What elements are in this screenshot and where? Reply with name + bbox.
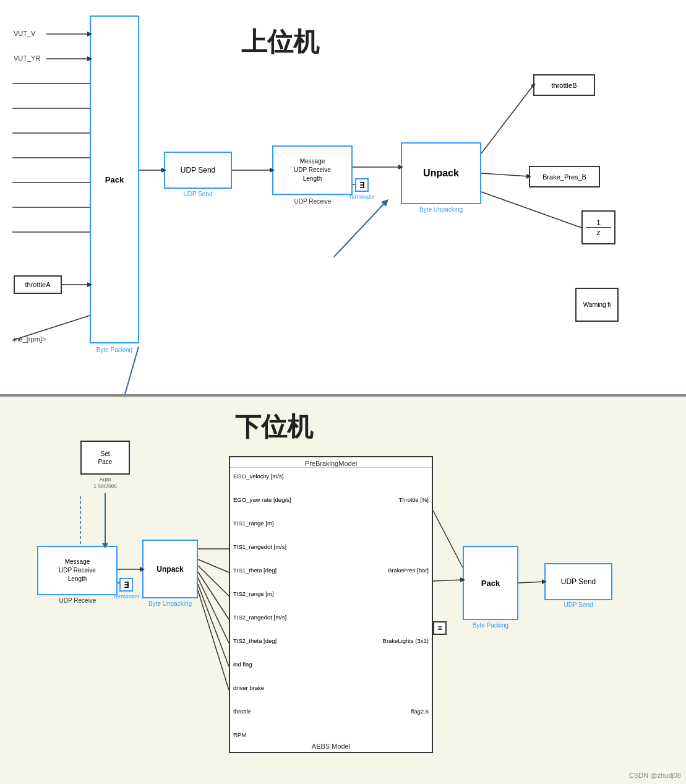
pack-block-bottom: Pack bbox=[463, 546, 518, 620]
pack-label: Pack bbox=[105, 175, 124, 184]
pack-sublabel: Byte Packing bbox=[90, 347, 139, 353]
svg-line-41 bbox=[198, 584, 229, 666]
terminator-bottom: ∃ bbox=[119, 578, 133, 592]
aebs-in-6: TIS2_rangedot [m/s] bbox=[233, 614, 286, 621]
throttle-b-label: throttleB bbox=[552, 82, 577, 89]
unpack-bottom-label: Unpack bbox=[156, 565, 183, 574]
top-panel: 上位机 VUT_V VUT_YR Pack Byte Packing UDP S… bbox=[0, 0, 686, 396]
set-pace-sub2: 1 sec/sec bbox=[80, 483, 130, 489]
aebs-out-2: BrakeLights (3x1) bbox=[383, 637, 429, 644]
unpack-label: Unpack bbox=[423, 168, 459, 179]
terminator-bottom-label: Terminator bbox=[113, 593, 139, 600]
udp-send-sublabel: UDP Send bbox=[164, 191, 232, 197]
unpack-sublabel: Byte Unpacking bbox=[401, 206, 481, 213]
udp-receive-label: Message UDP Receive Length bbox=[294, 157, 331, 183]
svg-line-44 bbox=[433, 580, 463, 581]
aebs-in-5: TIS2_range [m] bbox=[233, 590, 273, 597]
udp-send-label: UDP Send bbox=[181, 166, 215, 174]
aebs-label: AEBS Model bbox=[312, 743, 350, 750]
terminator-label-top: Terminator bbox=[349, 194, 375, 200]
terminator-top: ∃ bbox=[355, 178, 369, 192]
aebs-in-4: TIS1_theta [deg] bbox=[233, 567, 277, 574]
vut-yr-label: VUT_YR bbox=[14, 54, 40, 62]
svg-line-28 bbox=[334, 204, 384, 257]
aebs-in-7: TIS2_theta [deg] bbox=[233, 637, 277, 644]
udp-receive-block-top: Message UDP Receive Length bbox=[272, 145, 353, 195]
set-pace-sub1: Auto bbox=[80, 476, 130, 483]
aebs-in-1: EGO_yaw rate [deg/s] bbox=[233, 496, 291, 503]
set-pace-block: Set Pace bbox=[80, 441, 130, 475]
aebs-in-8: ind flag bbox=[233, 661, 252, 668]
svg-line-46 bbox=[518, 582, 544, 583]
aebs-in-11: RPM bbox=[233, 731, 246, 738]
pack-bottom-label: Pack bbox=[481, 579, 500, 588]
svg-line-39 bbox=[198, 572, 229, 619]
aebs-pretitle: PreBrakingModel bbox=[230, 457, 432, 468]
udp-receive-sublabel: UDP Receive bbox=[277, 198, 348, 205]
terminator-bottom-symbol: ∃ bbox=[124, 580, 129, 590]
aebs-in-3: TIS1_rangedot [m/s] bbox=[233, 543, 286, 550]
set-pace-sublabel: Auto 1 sec/sec bbox=[80, 476, 130, 489]
svg-line-42 bbox=[198, 590, 229, 690]
warning-block: Warning fi bbox=[575, 288, 619, 322]
svg-line-21 bbox=[481, 85, 533, 153]
set-pace-label: Set Pace bbox=[98, 450, 113, 466]
aebs-out-0: Throttle [%] bbox=[398, 496, 429, 503]
aebs-out-1: BrakePres [bar] bbox=[388, 567, 429, 574]
udp-send-block-bottom: UDP Send bbox=[544, 563, 612, 600]
unpack-block-bottom: Unpack bbox=[142, 540, 198, 598]
aebs-in-2: TIS1_range [m] bbox=[233, 520, 273, 527]
svg-line-43 bbox=[433, 510, 463, 567]
brake-pres-b-label: Brake_Pres_B bbox=[542, 173, 586, 181]
aebs-in-0: EGO_velocity [m/s] bbox=[233, 473, 283, 480]
aebs-in-10: throttle bbox=[233, 708, 251, 715]
brake-pres-b-block: Brake_Pres_B bbox=[529, 166, 600, 187]
warning-label: Warning fi bbox=[583, 301, 611, 308]
watermark: CSDN @zhudj08 bbox=[629, 772, 681, 779]
throttle-a-label: throttleA bbox=[25, 281, 51, 288]
aebs-out-3: flag2.6 bbox=[411, 708, 429, 715]
delay-block: 1 z bbox=[581, 210, 615, 244]
udp-send-bottom-sublabel: UDP Send bbox=[544, 601, 612, 608]
udp-receive-bottom-sublabel: UDP Receive bbox=[42, 597, 113, 604]
brakelights-terminator: ≡ bbox=[433, 621, 447, 635]
udp-receive-block-bottom: Message UDP Receive Length bbox=[37, 546, 118, 595]
svg-line-38 bbox=[198, 566, 229, 596]
aebs-block: PreBrakingModel EGO_velocity [m/s] EGO_y… bbox=[229, 456, 433, 753]
svg-line-25 bbox=[481, 192, 581, 228]
udp-send-bottom-label: UDP Send bbox=[561, 577, 596, 586]
terminator-symbol: ∃ bbox=[359, 181, 364, 190]
svg-line-26 bbox=[80, 347, 139, 394]
svg-line-23 bbox=[481, 173, 529, 176]
unpack-block-top: Unpack bbox=[401, 142, 481, 204]
aebs-in-9: driver brake bbox=[233, 684, 264, 691]
vut-v-label: VUT_V bbox=[14, 30, 35, 37]
svg-line-40 bbox=[198, 578, 229, 643]
udp-send-block: UDP Send bbox=[164, 152, 232, 189]
pack-block: Pack bbox=[90, 15, 139, 343]
svg-line-37 bbox=[198, 559, 229, 572]
udp-receive-bottom-label: Message UDP Receive Length bbox=[59, 558, 96, 584]
rpm-label: ine_[rpm]> bbox=[14, 335, 46, 343]
bottom-panel: 下位机 Set Pace Auto 1 sec/sec Message UDP … bbox=[0, 396, 686, 784]
bottom-title: 下位机 bbox=[235, 410, 313, 444]
throttle-a-block: throttleA bbox=[14, 275, 62, 294]
svg-marker-29 bbox=[381, 199, 388, 207]
pack-bottom-sublabel: Byte Packing bbox=[463, 622, 518, 629]
throttle-b-block: throttleB bbox=[533, 74, 595, 96]
top-title: 上位机 bbox=[241, 25, 319, 59]
unpack-bottom-sublabel: Byte Unpacking bbox=[142, 600, 198, 607]
